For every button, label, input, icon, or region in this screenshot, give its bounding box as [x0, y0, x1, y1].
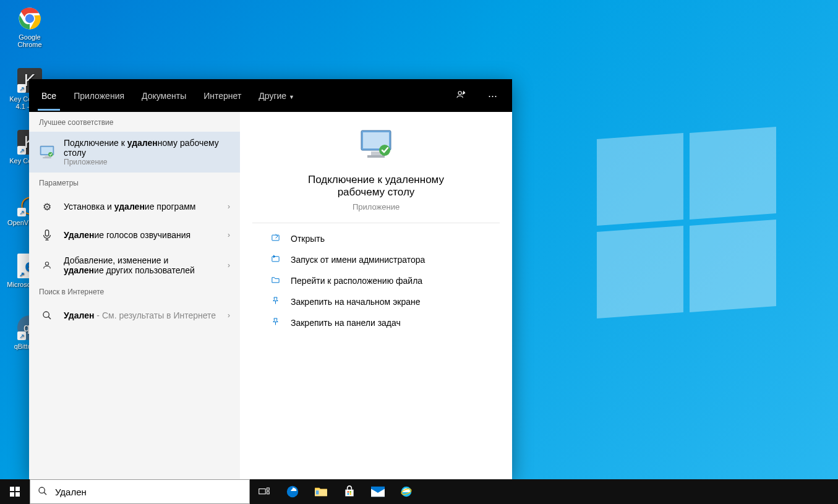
result-install-uninstall[interactable]: ⚙ Установка и удаление программ ›	[29, 192, 240, 221]
more-icon[interactable]: ⋯	[482, 90, 503, 101]
search-icon	[39, 307, 55, 323]
svg-rect-25	[348, 491, 349, 493]
svg-rect-6	[43, 157, 51, 158]
open-icon	[270, 233, 281, 244]
section-best-match: Лучшее соответствие	[29, 112, 240, 132]
svg-point-10	[43, 312, 49, 317]
tab-all[interactable]: Все	[38, 81, 60, 111]
svg-rect-20	[267, 488, 270, 490]
action-file-location[interactable]: Перейти к расположению файла	[265, 270, 487, 291]
preview-column: Подключение к удаленному рабочему столу …	[240, 112, 512, 479]
action-pin-start[interactable]: Закрепить на начальном экране	[265, 291, 487, 312]
folder-icon	[270, 275, 281, 286]
task-view-icon[interactable]	[250, 479, 278, 504]
svg-point-18	[39, 487, 45, 493]
result-voice-delete[interactable]: Удаление голосов озвучивания ›	[29, 221, 240, 249]
feedback-icon[interactable]	[450, 90, 472, 101]
microphone-icon	[39, 227, 55, 243]
search-icon	[38, 486, 48, 498]
svg-rect-28	[349, 493, 351, 495]
chevron-right-icon: ›	[228, 261, 230, 270]
chevron-right-icon: ›	[228, 231, 230, 239]
wallpaper-windows-logo	[597, 136, 782, 322]
svg-point-22	[287, 486, 298, 497]
chevron-right-icon: ›	[228, 311, 230, 320]
svg-rect-5	[45, 156, 49, 158]
tab-internet[interactable]: Интернет	[200, 81, 245, 111]
taskbar-mail-icon[interactable]	[364, 479, 392, 504]
tab-docs[interactable]: Документы	[138, 81, 190, 111]
preview-subtitle: Приложение	[252, 202, 500, 211]
remote-desktop-large-icon	[357, 129, 395, 163]
svg-point-1	[25, 14, 34, 23]
svg-rect-17	[271, 257, 278, 262]
svg-rect-8	[45, 230, 48, 236]
admin-icon	[270, 254, 281, 265]
section-settings: Параметры	[29, 173, 240, 192]
action-open[interactable]: Открыть	[265, 228, 487, 249]
results-left-column: Лучшее соответствие Подключение к удален…	[29, 112, 240, 479]
svg-point-7	[48, 152, 53, 156]
user-icon	[39, 257, 55, 273]
search-tabs-header: Все Приложения Документы Интернет Другие…	[29, 79, 512, 112]
chevron-down-icon: ▼	[289, 94, 294, 100]
result-remote-desktop[interactable]: Подключение к удаленному рабочему столу …	[29, 132, 240, 173]
taskbar-edge-icon[interactable]	[278, 479, 307, 504]
svg-rect-24	[316, 490, 319, 494]
taskbar	[0, 479, 838, 504]
preview-title: Подключение к удаленному рабочему столу	[252, 174, 500, 199]
tab-apps[interactable]: Приложения	[70, 81, 128, 111]
svg-point-2	[458, 92, 461, 95]
action-pin-taskbar[interactable]: Закрепить на панели задач	[265, 312, 487, 333]
svg-rect-26	[349, 491, 351, 493]
taskbar-explorer-icon[interactable]	[307, 479, 335, 504]
svg-rect-19	[259, 489, 266, 494]
svg-point-9	[45, 262, 48, 265]
action-run-admin[interactable]: Запуск от имени администратора	[265, 249, 487, 270]
tab-other[interactable]: Другие ▼	[255, 81, 298, 111]
remote-desktop-icon	[39, 144, 55, 160]
gear-icon: ⚙	[39, 199, 55, 215]
desktop-icon-chrome[interactable]: Google Chrome	[6, 6, 53, 48]
chevron-right-icon: ›	[228, 202, 230, 211]
result-users-manage[interactable]: Добавление, изменение иудаление других п…	[29, 249, 240, 281]
svg-rect-27	[348, 493, 349, 495]
search-panel: Все Приложения Документы Интернет Другие…	[29, 79, 512, 479]
taskbar-search-box[interactable]	[30, 479, 250, 504]
result-web-search[interactable]: Удален - См. результаты в Интернете ›	[29, 301, 240, 330]
pin-taskbar-icon	[270, 317, 281, 328]
start-button[interactable]	[0, 479, 30, 504]
windows-logo-icon	[10, 487, 20, 497]
taskbar-store-icon[interactable]	[335, 479, 364, 504]
search-input[interactable]	[55, 487, 242, 497]
pin-start-icon	[270, 296, 281, 307]
svg-rect-14	[367, 155, 385, 158]
taskbar-ie-icon[interactable]	[392, 479, 421, 504]
desktop-icon-label: Google Chrome	[6, 33, 53, 48]
section-web: Поиск в Интернете	[29, 281, 240, 301]
svg-rect-21	[267, 492, 270, 494]
